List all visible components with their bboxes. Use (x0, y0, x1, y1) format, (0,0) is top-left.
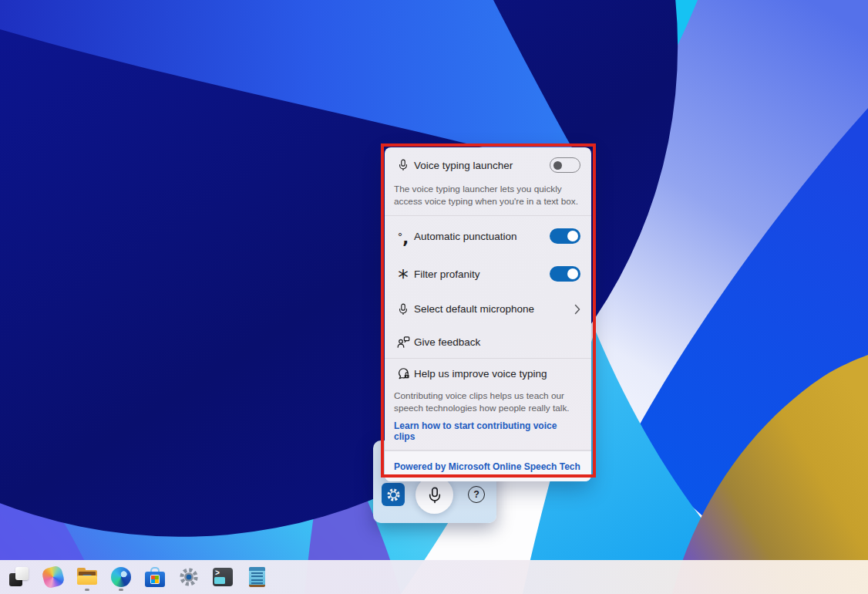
taskbar-terminal-button[interactable]: > (210, 562, 235, 592)
help-us-improve-label: Help us improve voice typing (414, 368, 547, 380)
chevron-right-icon (574, 304, 580, 315)
edge-icon (111, 567, 131, 587)
panel-footer: Powered by Microsoft Online Speech Tech (385, 451, 591, 481)
give-feedback-label: Give feedback (414, 336, 480, 348)
taskbar-notepad-button[interactable] (244, 562, 269, 592)
automatic-punctuation-row: °, Automatic punctuation (385, 216, 591, 256)
voice-typing-settings-panel: Voice typing launcher The voice typing l… (385, 147, 591, 481)
settings-gear-icon (179, 567, 199, 587)
select-default-microphone-label: Select default microphone (414, 303, 534, 315)
microsoft-store-icon (145, 567, 165, 587)
gear-icon (386, 488, 401, 502)
voice-typing-launcher-row: Voice typing launcher (385, 147, 591, 183)
microphone-icon (394, 302, 412, 316)
learn-contributing-link[interactable]: Learn how to start contributing voice cl… (385, 414, 591, 450)
voice-typing-help-button[interactable]: ? (468, 486, 485, 503)
filter-profanity-toggle[interactable] (550, 266, 580, 282)
voice-typing-settings-button[interactable] (382, 483, 405, 506)
microphone-icon (426, 486, 443, 505)
filter-profanity-label: Filter profanity (414, 268, 480, 280)
asterisk-icon: * (394, 270, 412, 278)
give-feedback-row[interactable]: Give feedback (385, 326, 591, 358)
taskbar-edge-button[interactable] (109, 562, 133, 592)
help-us-improve-row: Help us improve voice typing (385, 359, 591, 388)
taskbar-settings-button[interactable] (177, 562, 201, 592)
taskbar-file-explorer-button[interactable] (75, 562, 99, 592)
help-icon: ? (473, 489, 479, 500)
start-icon (9, 567, 29, 587)
punctuation-icon: °, (394, 228, 412, 244)
feedback-icon (394, 335, 412, 349)
taskbar-start-button[interactable] (7, 562, 32, 592)
taskbar-store-button[interactable] (143, 562, 167, 592)
notepad-icon (249, 567, 265, 587)
launcher-description: The voice typing launcher lets you quick… (385, 183, 591, 215)
file-explorer-icon (77, 568, 97, 586)
terminal-icon: > (213, 568, 233, 586)
speech-bubble-lock-icon (394, 366, 412, 381)
select-default-microphone-row[interactable]: Select default microphone (385, 292, 591, 326)
voice-typing-launcher-label: Voice typing launcher (414, 160, 513, 171)
automatic-punctuation-label: Automatic punctuation (414, 231, 517, 242)
improve-description: Contributing voice clips helps us teach … (385, 388, 591, 414)
powered-by-link[interactable]: Powered by Microsoft Online Speech Tech (394, 461, 580, 472)
voice-typing-launcher-toggle[interactable] (550, 157, 580, 173)
copilot-icon (41, 565, 66, 589)
taskbar-copilot-button[interactable] (41, 562, 66, 592)
filter-profanity-row: * Filter profanity (385, 256, 591, 292)
microphone-icon (394, 158, 412, 172)
taskbar: > (0, 560, 868, 594)
voice-typing-microphone-button[interactable] (415, 476, 453, 514)
automatic-punctuation-toggle[interactable] (550, 228, 580, 244)
